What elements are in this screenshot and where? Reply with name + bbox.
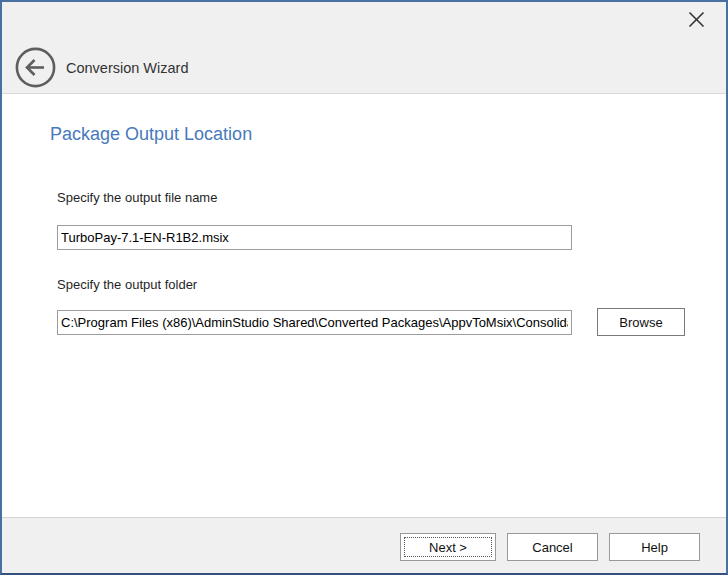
output-file-name-label: Specify the output file name — [57, 190, 217, 205]
output-file-name-input[interactable] — [57, 225, 572, 250]
wizard-title: Conversion Wizard — [66, 60, 189, 76]
conversion-wizard-window: Conversion Wizard Package Output Locatio… — [0, 0, 728, 575]
help-button[interactable]: Help — [609, 533, 700, 561]
next-button[interactable]: Next > — [400, 533, 496, 561]
close-button[interactable] — [682, 8, 710, 34]
browse-button[interactable]: Browse — [597, 308, 685, 336]
output-folder-input[interactable] — [57, 310, 572, 335]
back-arrow-icon — [15, 76, 56, 91]
page-title: Package Output Location — [50, 124, 252, 145]
cancel-button[interactable]: Cancel — [507, 533, 598, 561]
wizard-page-content: Package Output Location Specify the outp… — [2, 95, 726, 516]
close-icon — [688, 11, 705, 31]
wizard-header: Conversion Wizard — [2, 2, 726, 94]
wizard-footer: Next > Cancel Help — [2, 517, 726, 573]
back-button[interactable] — [15, 47, 56, 88]
output-folder-label: Specify the output folder — [57, 277, 197, 292]
